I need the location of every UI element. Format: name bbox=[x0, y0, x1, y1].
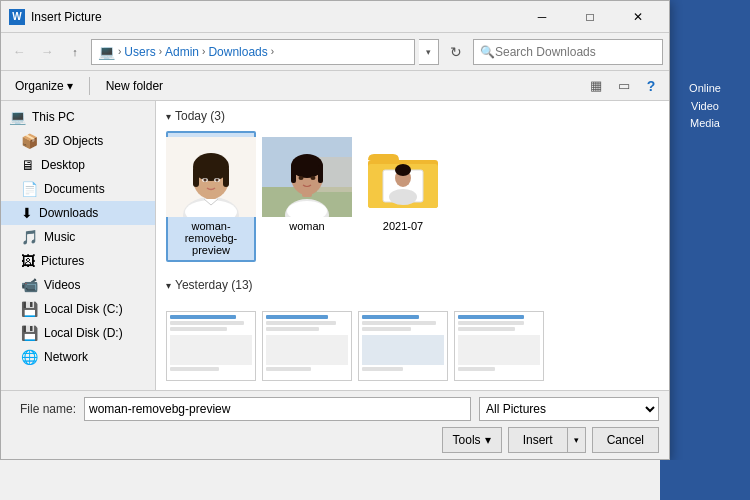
sidebar-item-pictures[interactable]: 🖼 Pictures bbox=[1, 249, 155, 273]
yesterday-section-header: ▾ Yesterday (13) bbox=[166, 278, 659, 292]
tools-button[interactable]: Tools ▾ bbox=[442, 427, 502, 453]
insert-group: Insert ▾ bbox=[508, 427, 586, 453]
file-item-woman[interactable]: woman bbox=[262, 131, 352, 262]
today-section-header: ▾ Today (3) bbox=[166, 109, 659, 123]
title-bar: W Insert Picture ─ □ ✕ bbox=[1, 1, 669, 33]
today-file-grid: woman-removebg-preview bbox=[166, 131, 659, 262]
file-thumb-2021-07 bbox=[358, 137, 448, 217]
woman-svg bbox=[262, 137, 352, 217]
sidebar-item-downloads[interactable]: ⬇ Downloads bbox=[1, 201, 155, 225]
help-button[interactable]: ? bbox=[639, 74, 663, 98]
sidebar-item-local-disk-d[interactable]: 💾 Local Disk (D:) bbox=[1, 321, 155, 345]
file-item-2021-07[interactable]: 2021-07 bbox=[358, 131, 448, 262]
dialog-title: Insert Picture bbox=[31, 10, 519, 24]
sidebar-item-network[interactable]: 🌐 Network bbox=[1, 345, 155, 369]
word-online-label: Online bbox=[660, 80, 750, 98]
videos-icon: 📹 bbox=[21, 277, 38, 293]
computer-icon: 💻 bbox=[9, 109, 26, 125]
file-item-woman-removebg[interactable]: woman-removebg-preview bbox=[166, 131, 256, 262]
file-thumb-y1 bbox=[166, 306, 256, 386]
insert-dropdown-button[interactable]: ▾ bbox=[568, 427, 586, 453]
sidebar-item-music[interactable]: 🎵 Music bbox=[1, 225, 155, 249]
sidebar-item-desktop[interactable]: 🖥 Desktop bbox=[1, 153, 155, 177]
view-controls: ▦ ▭ ? bbox=[583, 74, 663, 98]
word-video-label: Video bbox=[660, 98, 750, 116]
word-media-label: Media bbox=[660, 115, 750, 133]
file-thumb-woman-removebg bbox=[166, 137, 256, 217]
minimize-button[interactable]: ─ bbox=[519, 7, 565, 27]
new-folder-button[interactable]: New folder bbox=[98, 74, 171, 98]
network-icon: 🌐 bbox=[21, 349, 38, 365]
svg-rect-5 bbox=[193, 167, 199, 187]
svg-point-21 bbox=[299, 176, 304, 180]
svg-rect-20 bbox=[318, 165, 323, 183]
maximize-button[interactable]: □ bbox=[567, 7, 613, 27]
file-label-woman: woman bbox=[289, 220, 324, 232]
view-pane-button[interactable]: ▭ bbox=[611, 74, 637, 98]
refresh-button[interactable]: ↻ bbox=[443, 39, 469, 65]
svg-rect-19 bbox=[291, 165, 296, 183]
file-label-2021-07: 2021-07 bbox=[383, 220, 423, 232]
up-button[interactable]: ↑ bbox=[63, 40, 87, 64]
dialog-icon: W bbox=[9, 9, 25, 25]
svg-point-29 bbox=[389, 189, 417, 205]
disk-c-icon: 💾 bbox=[21, 301, 38, 317]
filetype-select[interactable]: All Pictures bbox=[479, 397, 659, 421]
file-item-y3[interactable] bbox=[358, 300, 448, 390]
organize-button[interactable]: Organize ▾ bbox=[7, 74, 81, 98]
disk-d-icon: 💾 bbox=[21, 325, 38, 341]
breadcrumb-users[interactable]: Users bbox=[124, 45, 155, 59]
today-arrow[interactable]: ▾ bbox=[166, 111, 171, 122]
file-area-wrapper: ▾ Today (3) bbox=[156, 101, 669, 390]
yesterday-arrow[interactable]: ▾ bbox=[166, 280, 171, 291]
toolbar-separator bbox=[89, 77, 90, 95]
sidebar-item-3d-objects[interactable]: 📦 3D Objects bbox=[1, 129, 155, 153]
path-dropdown-button[interactable]: ▾ bbox=[419, 39, 439, 65]
svg-rect-6 bbox=[223, 167, 229, 187]
tools-group: Tools ▾ bbox=[442, 427, 502, 453]
3d-objects-icon: 📦 bbox=[21, 133, 38, 149]
file-item-y2[interactable] bbox=[262, 300, 352, 390]
view-icon-button[interactable]: ▦ bbox=[583, 74, 609, 98]
filename-input[interactable] bbox=[84, 397, 471, 421]
filename-label: File name: bbox=[11, 402, 76, 416]
file-thumb-y3 bbox=[358, 306, 448, 386]
sidebar-item-this-pc[interactable]: 💻 This PC bbox=[1, 105, 155, 129]
sidebar: 💻 This PC 📦 3D Objects 🖥 Desktop 📄 Docum… bbox=[1, 101, 156, 390]
breadcrumb: 💻 › Users › Admin › Downloads › bbox=[91, 39, 415, 65]
folder-svg bbox=[363, 142, 443, 212]
breadcrumb-downloads[interactable]: Downloads bbox=[208, 45, 267, 59]
sidebar-item-videos[interactable]: 📹 Videos bbox=[1, 273, 155, 297]
insert-button[interactable]: Insert bbox=[508, 427, 568, 453]
sidebar-item-documents[interactable]: 📄 Documents bbox=[1, 177, 155, 201]
window-controls: ─ □ ✕ bbox=[519, 7, 661, 27]
cancel-button[interactable]: Cancel bbox=[592, 427, 659, 453]
sidebar-item-local-disk-c[interactable]: 💾 Local Disk (C:) bbox=[1, 297, 155, 321]
breadcrumb-admin[interactable]: Admin bbox=[165, 45, 199, 59]
file-thumb-y2 bbox=[262, 306, 352, 386]
file-item-y4[interactable] bbox=[454, 300, 544, 390]
search-box: 🔍 bbox=[473, 39, 663, 65]
music-icon: 🎵 bbox=[21, 229, 38, 245]
documents-icon: 📄 bbox=[21, 181, 38, 197]
file-item-y1[interactable] bbox=[166, 300, 256, 390]
toolbar: Organize ▾ New folder ▦ ▭ ? bbox=[1, 71, 669, 101]
back-button[interactable]: ← bbox=[7, 40, 31, 64]
svg-point-10 bbox=[216, 179, 219, 182]
bottom-bar: File name: All Pictures Tools ▾ Insert ▾… bbox=[1, 390, 669, 459]
search-icon: 🔍 bbox=[480, 45, 495, 59]
close-button[interactable]: ✕ bbox=[615, 7, 661, 27]
actions-row: Tools ▾ Insert ▾ Cancel bbox=[11, 427, 659, 453]
woman-removebg-svg bbox=[166, 137, 256, 217]
forward-button[interactable]: → bbox=[35, 40, 59, 64]
today-label: Today (3) bbox=[175, 109, 225, 123]
file-area: ▾ Today (3) bbox=[156, 101, 669, 390]
svg-point-9 bbox=[204, 179, 207, 182]
desktop-icon: 🖥 bbox=[21, 157, 35, 173]
file-label-woman-removebg: woman-removebg-preview bbox=[172, 220, 250, 256]
address-bar: ← → ↑ 💻 › Users › Admin › Downloads › ▾ … bbox=[1, 33, 669, 71]
search-input[interactable] bbox=[495, 45, 656, 59]
file-thumb-y4 bbox=[454, 306, 544, 386]
yesterday-label: Yesterday (13) bbox=[175, 278, 253, 292]
svg-point-28 bbox=[395, 164, 411, 176]
